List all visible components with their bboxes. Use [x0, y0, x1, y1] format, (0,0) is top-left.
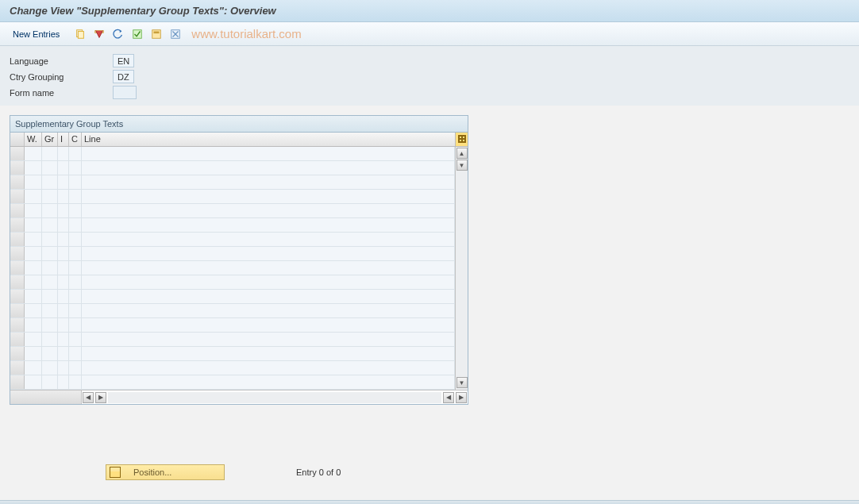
table-row[interactable]	[10, 333, 455, 347]
cell-c[interactable]	[69, 233, 82, 246]
cell-c[interactable]	[69, 275, 82, 289]
row-selector[interactable]	[10, 218, 25, 232]
cell-w[interactable]	[25, 304, 42, 317]
cell-w[interactable]	[25, 190, 42, 203]
table-row[interactable]	[10, 147, 455, 161]
cell-w[interactable]	[25, 290, 42, 303]
hscroll-track[interactable]	[108, 392, 441, 403]
cell-i[interactable]	[58, 175, 69, 189]
cell-line[interactable]	[82, 290, 455, 303]
cell-w[interactable]	[25, 247, 42, 260]
cell-c[interactable]	[69, 361, 82, 375]
select-block-icon[interactable]	[148, 26, 164, 42]
cell-line[interactable]	[82, 247, 455, 260]
cell-gr[interactable]	[42, 290, 58, 303]
cell-i[interactable]	[58, 375, 69, 389]
cell-c[interactable]	[69, 304, 82, 317]
cell-w[interactable]	[25, 318, 42, 332]
cell-w[interactable]	[25, 233, 42, 246]
cell-gr[interactable]	[42, 147, 58, 160]
row-selector[interactable]	[10, 175, 25, 189]
cell-i[interactable]	[58, 261, 69, 275]
cell-line[interactable]	[82, 175, 455, 189]
table-row[interactable]	[10, 218, 455, 233]
cell-gr[interactable]	[42, 261, 58, 275]
cell-i[interactable]	[58, 347, 69, 360]
table-row[interactable]	[10, 361, 455, 375]
scroll-right-icon[interactable]: ▶	[456, 392, 467, 403]
cell-i[interactable]	[58, 204, 69, 217]
table-row[interactable]	[10, 304, 455, 318]
cell-i[interactable]	[58, 318, 69, 332]
column-w[interactable]: W.	[25, 133, 42, 146]
scroll-left-end-icon[interactable]: ◀	[443, 392, 454, 403]
cell-gr[interactable]	[42, 318, 58, 332]
cell-w[interactable]	[25, 333, 42, 346]
table-row[interactable]	[10, 204, 455, 218]
table-config-icon[interactable]	[455, 133, 468, 146]
row-selector[interactable]	[10, 290, 25, 303]
scroll-down-icon[interactable]: ▼	[456, 377, 468, 388]
row-selector[interactable]	[10, 375, 25, 389]
cell-c[interactable]	[69, 261, 82, 275]
cell-i[interactable]	[58, 290, 69, 303]
cell-line[interactable]	[82, 261, 455, 275]
cell-gr[interactable]	[42, 347, 58, 360]
cell-c[interactable]	[69, 318, 82, 332]
table-row[interactable]	[10, 275, 455, 290]
cell-c[interactable]	[69, 347, 82, 360]
cell-w[interactable]	[25, 347, 42, 360]
table-row[interactable]	[10, 175, 455, 190]
row-selector[interactable]	[10, 190, 25, 203]
delete-icon[interactable]	[91, 26, 107, 42]
scroll-left-icon[interactable]: ◀	[83, 392, 94, 403]
copy-icon[interactable]	[72, 26, 88, 42]
cell-i[interactable]	[58, 233, 69, 246]
cell-w[interactable]	[25, 218, 42, 232]
form-name-field[interactable]	[113, 86, 137, 99]
cell-c[interactable]	[69, 218, 82, 232]
row-selector[interactable]	[10, 333, 25, 346]
cell-gr[interactable]	[42, 304, 58, 317]
scroll-up-icon[interactable]: ▲	[456, 148, 468, 159]
table-row[interactable]	[10, 190, 455, 204]
cell-gr[interactable]	[42, 275, 58, 289]
cell-gr[interactable]	[42, 175, 58, 189]
select-all-header[interactable]	[10, 133, 25, 146]
cell-i[interactable]	[58, 161, 69, 175]
table-row[interactable]	[10, 318, 455, 333]
row-selector[interactable]	[10, 261, 25, 275]
cell-w[interactable]	[25, 161, 42, 175]
cell-gr[interactable]	[42, 190, 58, 203]
cell-line[interactable]	[82, 233, 455, 246]
cell-w[interactable]	[25, 275, 42, 289]
cell-i[interactable]	[58, 218, 69, 232]
cell-line[interactable]	[82, 375, 455, 389]
cell-line[interactable]	[82, 347, 455, 360]
cell-c[interactable]	[69, 147, 82, 160]
cell-gr[interactable]	[42, 333, 58, 346]
position-button[interactable]: Position...	[106, 464, 225, 480]
table-row[interactable]	[10, 347, 455, 361]
new-entries-button[interactable]: New Entries	[10, 29, 63, 39]
cell-w[interactable]	[25, 361, 42, 375]
ctry-grouping-field[interactable]: DZ	[113, 70, 134, 83]
horizontal-scrollbar[interactable]: ◀ ▶ ◀ ▶	[10, 390, 468, 404]
cell-i[interactable]	[58, 361, 69, 375]
cell-gr[interactable]	[42, 161, 58, 175]
scroll-down-step-icon[interactable]: ▼	[456, 160, 468, 171]
table-row[interactable]	[10, 375, 455, 390]
row-selector[interactable]	[10, 318, 25, 332]
cell-gr[interactable]	[42, 204, 58, 217]
scroll-right-step-icon[interactable]: ▶	[95, 392, 106, 403]
cell-i[interactable]	[58, 333, 69, 346]
row-selector[interactable]	[10, 204, 25, 217]
cell-w[interactable]	[25, 204, 42, 217]
select-all-icon[interactable]	[129, 26, 145, 42]
column-i[interactable]: I	[58, 133, 69, 146]
cell-c[interactable]	[69, 290, 82, 303]
language-field[interactable]: EN	[113, 54, 134, 67]
cell-c[interactable]	[69, 247, 82, 260]
cell-line[interactable]	[82, 333, 455, 346]
table-row[interactable]	[10, 290, 455, 304]
